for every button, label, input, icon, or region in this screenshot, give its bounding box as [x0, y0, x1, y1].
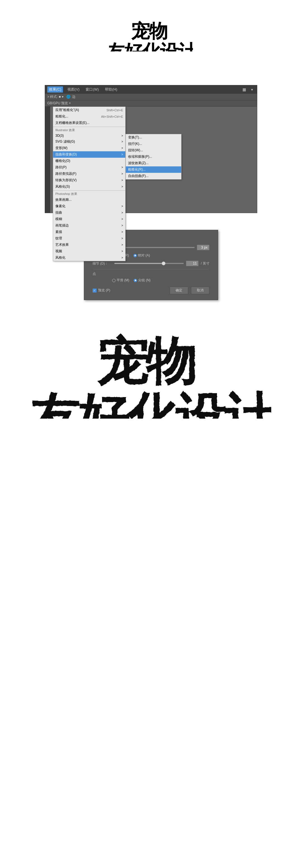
menu-blur-arrow: >: [121, 218, 123, 221]
menu-distort-ps-arrow: >: [121, 211, 123, 214]
ps-toolbar: > 样式: ■ ▾ 🌐 边: [45, 94, 257, 100]
menu-svg-filter[interactable]: SVG 滤镜(G) >: [53, 138, 125, 145]
menubar-right: ▦ ▾: [241, 87, 255, 92]
radio-sharp[interactable]: 尖锐 (N): [134, 278, 150, 283]
ps-main: 应用"粗糙化"(A) Shift+Ctrl+E 粗糙化... Alt+Shift…: [50, 106, 257, 213]
menu-artistic-label: 艺术效果: [55, 243, 69, 247]
menu-artistic-arrow: >: [121, 243, 123, 246]
section-photoshop: Photoshop 效果: [53, 191, 125, 196]
point-label: 点: [93, 272, 209, 276]
dropdown-container: 应用"粗糙化"(A) Shift+Ctrl+E 粗糙化... Alt+Shift…: [50, 106, 257, 213]
size-value[interactable]: 3 px: [197, 245, 209, 250]
menu-artistic[interactable]: 艺术效果 >: [53, 242, 125, 248]
size-slider-track[interactable]: [114, 247, 194, 248]
menu-pathfinder-arrow: >: [121, 172, 123, 175]
dialog-buttons: 确定 取消: [170, 287, 209, 294]
section-illustrator: Illustrator 效果: [53, 127, 125, 133]
menu-pixelate[interactable]: 像素化 >: [53, 203, 125, 210]
bottom-calligraphy-svg: 宠物 友好化设计: [31, 325, 271, 418]
menu-path[interactable]: 路径(P) >: [53, 164, 125, 170]
preview-checkbox[interactable]: [93, 288, 96, 292]
menu-3d-arrow: >: [121, 134, 123, 137]
menu-convert-shape[interactable]: 转换为形状(V) >: [53, 177, 125, 183]
cancel-button[interactable]: 取消: [191, 287, 209, 294]
menu-stylize-ill-label: 风格化(S): [55, 184, 70, 189]
menu-stylize-ps[interactable]: 风格化 >: [53, 254, 125, 261]
radio-smooth-label: 平滑 (M): [117, 278, 129, 283]
ok-button[interactable]: 确定: [170, 287, 188, 294]
menu-stylize-ps-arrow: >: [121, 256, 123, 259]
menu-distort-ps[interactable]: 扭曲 >: [53, 210, 125, 216]
menu-pathfinder[interactable]: 路径查找器(F) >: [53, 170, 125, 177]
menu-blur-label: 模糊: [55, 217, 62, 221]
menu-rasterize-label: 栅格化(O): [55, 159, 70, 163]
menu-pixelate-label: 像素化: [55, 204, 65, 209]
detail-slider-thumb[interactable]: [162, 261, 165, 266]
submenu-ripple[interactable]: 波纹效果(Z)...: [126, 160, 181, 166]
ps-menubar: 效果(C) 视图(V) 窗口(W) 帮助(H) ▦ ▾: [45, 85, 257, 94]
menu-pathfinder-label: 路径查找器(F): [55, 172, 76, 176]
ps-tab-row: GB/GPU 预览 ×: [45, 100, 257, 106]
detail-slider-track[interactable]: [114, 263, 184, 264]
ps-content-area: 应用"粗糙化"(A) Shift+Ctrl+E 粗糙化... Alt+Shift…: [45, 106, 257, 213]
menu-help[interactable]: 帮助(H): [103, 86, 119, 93]
top-line2: 友好化设计: [109, 42, 193, 52]
radio-absolute-circle: [133, 254, 137, 257]
radio-absolute[interactable]: 绝对 (A): [133, 253, 150, 258]
menu-roughen-shortcut: Alt+Shift+Ctrl+E: [101, 115, 123, 118]
submenu-pucker-bloat[interactable]: 收缩和膨胀(P)...: [126, 154, 181, 160]
menu-warp[interactable]: 变形(W) >: [53, 145, 125, 151]
menu-effect-gallery[interactable]: 效果画廊...: [53, 196, 125, 203]
submenu-transform-label: 变换(T)...: [128, 135, 142, 140]
submenu-roughen[interactable]: 粗糙化(R)...: [126, 166, 181, 173]
menu-warp-arrow: >: [121, 147, 123, 150]
menu-texture[interactable]: 纹理 >: [53, 235, 125, 242]
menu-apply-roughen[interactable]: 应用"粗糙化"(A) Shift+Ctrl+E: [53, 107, 125, 113]
menu-sketch-label: 素描: [55, 229, 62, 234]
menu-distort-transform[interactable]: 扭曲和变换(D) >: [53, 151, 125, 158]
submenu-twirl-label: 扭转(W)...: [128, 148, 143, 153]
menu-effect[interactable]: 效果(C): [47, 86, 63, 93]
radio-smooth[interactable]: 平滑 (M): [112, 278, 129, 283]
menu-sketch-arrow: >: [121, 230, 123, 234]
submenu-twirl[interactable]: 扭转(W)...: [126, 147, 181, 154]
detail-value[interactable]: 11: [186, 260, 199, 266]
ps-tab[interactable]: GB/GPU 预览 ×: [47, 101, 71, 105]
grid-icon: ▦: [241, 87, 248, 92]
menu-raster-settings[interactable]: 文档栅格效果设置(E)...: [53, 120, 125, 126]
sep1: [53, 127, 125, 127]
menu-stylize-ill[interactable]: 风格化(S) >: [53, 183, 125, 190]
detail-unit: / 英寸: [201, 261, 209, 266]
dialog-divider: [93, 269, 209, 269]
menu-brush-stroke[interactable]: 画笔描边 >: [53, 222, 125, 229]
top-line1: 宠物: [131, 21, 167, 42]
detail-slider-fill: [114, 263, 163, 264]
bottom-calligraphy-section: 宠物 友好化设计: [0, 308, 302, 436]
menu-window[interactable]: 窗口(W): [84, 86, 100, 93]
menu-video-label: 视频: [55, 249, 62, 254]
menu-texture-label: 纹理: [55, 236, 62, 241]
submenu-free-distort[interactable]: 自由扭曲(F)...: [126, 173, 181, 179]
menu-sketch[interactable]: 素描 >: [53, 229, 125, 235]
submenu-transform[interactable]: 变换(T)...: [126, 134, 181, 141]
submenu-twist[interactable]: 扭拧(K)...: [126, 141, 181, 147]
menu-view[interactable]: 视图(V): [66, 86, 81, 93]
radio-smooth-circle: [112, 279, 116, 282]
preview-label: 预览 (P): [98, 288, 110, 293]
menu-apply-roughen-shortcut: Shift+Ctrl+E: [107, 108, 123, 112]
menu-roughen[interactable]: 粗糙化... Alt+Shift+Ctrl+E: [53, 113, 125, 120]
menu-distort-arrow: >: [121, 153, 123, 156]
menu-effect-gallery-label: 效果画廊...: [55, 197, 71, 202]
menu-brush-stroke-label: 画笔描边: [55, 223, 69, 228]
chevron-icon: ▾: [249, 87, 255, 92]
dialog-section: 选项 大小 (S)： 3 px 相对 (R) 绝对 (A) 细节 (D)：: [0, 221, 302, 308]
menu-video-arrow: >: [121, 250, 123, 253]
svg-text:宠物
          友好化设计: 宠物 友好化设计: [109, 21, 193, 52]
top-calligraphy-section: 宠物 友好化设计: [0, 0, 302, 76]
svg-text:宠物
        友好化设计: 宠物 友好化设计: [31, 333, 271, 418]
radio-sharp-circle: [134, 279, 137, 282]
menu-3d[interactable]: 3D(3) >: [53, 133, 125, 138]
menu-blur[interactable]: 模糊 >: [53, 216, 125, 222]
menu-video[interactable]: 视频 >: [53, 248, 125, 254]
menu-rasterize[interactable]: 栅格化(O): [53, 158, 125, 164]
